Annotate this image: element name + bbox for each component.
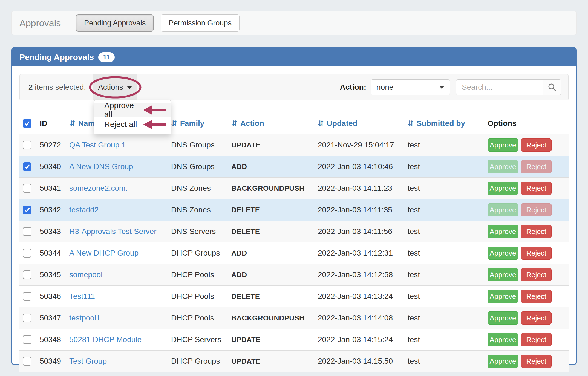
approve-button[interactable]: Approve	[488, 138, 518, 152]
cell-updated: 2022-Jan-03 14:11:35	[315, 199, 404, 221]
cell-id: 50272	[36, 134, 66, 156]
cell-action: BACKGROUNDPUSH	[228, 178, 315, 199]
approve-button[interactable]: Approve	[488, 333, 518, 346]
search-input[interactable]	[456, 80, 543, 95]
cell-updated: 2022-Jan-03 14:11:23	[315, 178, 404, 199]
approve-button[interactable]: Approve	[488, 355, 518, 368]
row-name-link[interactable]: Test Group	[69, 357, 107, 365]
row-checkbox[interactable]	[23, 292, 31, 301]
pending-approvals-table: ID⇵Name⇵Family⇵Action⇵Updated⇵Submitted …	[19, 115, 569, 372]
column-header-submitted-by[interactable]: ⇵Submitted by	[404, 115, 484, 134]
reject-button[interactable]: Reject	[521, 225, 552, 238]
row-name-link[interactable]: R3-Approvals Test Server	[69, 227, 157, 236]
row-name-link[interactable]: testpool1	[69, 314, 100, 322]
column-header-options: Options	[484, 115, 569, 134]
selected-items-text: 2 items selected.	[28, 83, 86, 92]
column-header-family[interactable]: ⇵Family	[168, 115, 228, 134]
approve-button[interactable]: Approve	[488, 225, 518, 238]
row-checkbox[interactable]	[23, 141, 31, 149]
row-checkbox[interactable]	[23, 357, 31, 366]
selected-count: 2	[28, 83, 33, 91]
row-checkbox[interactable]	[23, 184, 31, 193]
row-select-cell	[19, 329, 36, 351]
cell-name: Test111	[66, 286, 168, 307]
search-button[interactable]	[543, 80, 561, 95]
row-name-link[interactable]: A New DHCP Group	[69, 249, 139, 257]
row-name-link[interactable]: A New DNS Group	[69, 162, 133, 171]
cell-family: DNS Groups	[168, 156, 228, 178]
row-checkbox[interactable]	[23, 335, 31, 344]
table-row: 50341somezone2.com.DNS ZonesBACKGROUNDPU…	[19, 178, 569, 199]
approve-button[interactable]: Approve	[488, 160, 518, 173]
reject-button[interactable]: Reject	[521, 268, 552, 281]
cell-options: ApproveReject	[484, 178, 569, 199]
cell-name: A New DHCP Group	[66, 242, 168, 264]
reject-button[interactable]: Reject	[521, 333, 552, 346]
column-header-updated[interactable]: ⇵Updated	[315, 115, 404, 134]
cell-action: DELETE	[228, 286, 315, 307]
cell-updated: 2022-Jan-03 14:15:50	[315, 351, 404, 372]
action-filter-label: Action:	[340, 83, 366, 92]
cell-options: ApproveReject	[484, 307, 569, 329]
row-name-link[interactable]: somezone2.com.	[69, 184, 128, 192]
row-name-link[interactable]: 50281 DHCP Module	[69, 335, 142, 344]
cell-action: UPDATE	[228, 329, 315, 351]
table-row: 50340A New DNS GroupDNS GroupsADD2022-Ja…	[19, 156, 569, 178]
menu-item-approve-all[interactable]: Approve all	[94, 103, 171, 117]
menu-item-reject-all[interactable]: Reject all	[94, 117, 171, 132]
actions-menu: Approve allReject all	[94, 100, 171, 134]
tab-permission-groups[interactable]: Permission Groups	[161, 14, 240, 32]
column-header-action[interactable]: ⇵Action	[228, 115, 315, 134]
cell-name: testpool1	[66, 307, 168, 329]
approve-button[interactable]: Approve	[488, 290, 518, 303]
row-checkbox[interactable]	[23, 314, 31, 322]
reject-button[interactable]: Reject	[521, 182, 552, 195]
column-header-label: Updated	[327, 119, 358, 128]
row-name-link[interactable]: Test111	[69, 292, 95, 300]
cell-id: 50343	[36, 221, 66, 242]
sort-icon: ⇵	[318, 119, 324, 128]
row-name-link[interactable]: testadd2.	[69, 206, 101, 214]
row-select-cell	[19, 264, 36, 286]
row-name-link[interactable]: QA Test Group 1	[69, 141, 126, 149]
cell-id: 50344	[36, 242, 66, 264]
reject-button[interactable]: Reject	[521, 138, 552, 152]
cell-options: ApproveReject	[484, 286, 569, 307]
row-checkbox[interactable]	[23, 227, 31, 236]
reject-button[interactable]: Reject	[521, 311, 552, 325]
select-all-checkbox[interactable]	[23, 119, 31, 128]
cell-id: 50345	[36, 264, 66, 286]
action-filter-select[interactable]: none	[371, 79, 450, 95]
row-select-cell	[19, 307, 36, 329]
cell-submitted-by: test	[404, 264, 484, 286]
reject-button[interactable]: Reject	[521, 160, 552, 173]
reject-button[interactable]: Reject	[521, 203, 552, 216]
cell-action: ADD	[228, 242, 315, 264]
cell-updated: 2022-Jan-03 14:12:31	[315, 242, 404, 264]
tab-pending-approvals[interactable]: Pending Approvals	[76, 14, 154, 32]
row-checkbox[interactable]	[23, 162, 31, 171]
reject-button[interactable]: Reject	[521, 247, 552, 260]
approve-button[interactable]: Approve	[488, 247, 518, 260]
cell-updated: 2022-Jan-03 14:14:08	[315, 307, 404, 329]
row-checkbox[interactable]	[23, 249, 31, 258]
cell-action: UPDATE	[228, 134, 315, 156]
approve-button[interactable]: Approve	[488, 203, 518, 216]
cell-options: ApproveReject	[484, 156, 569, 178]
row-checkbox[interactable]	[23, 206, 31, 214]
row-checkbox[interactable]	[23, 270, 31, 279]
approve-button[interactable]: Approve	[488, 311, 518, 325]
actions-dropdown-button[interactable]: Actions	[93, 74, 137, 100]
magnifier-icon	[548, 83, 557, 92]
reject-button[interactable]: Reject	[521, 355, 552, 368]
row-name-link[interactable]: somepool	[69, 270, 102, 279]
cell-name: 50281 DHCP Module	[66, 329, 168, 351]
menu-item-label: Approve all	[104, 101, 143, 119]
panel-title: Pending Approvals	[19, 53, 94, 62]
approve-button[interactable]: Approve	[488, 182, 518, 195]
caret-down-icon	[127, 86, 132, 89]
approve-button[interactable]: Approve	[488, 268, 518, 281]
reject-button[interactable]: Reject	[521, 290, 552, 303]
cell-updated: 2022-Jan-03 14:12:58	[315, 264, 404, 286]
row-select-cell	[19, 351, 36, 372]
